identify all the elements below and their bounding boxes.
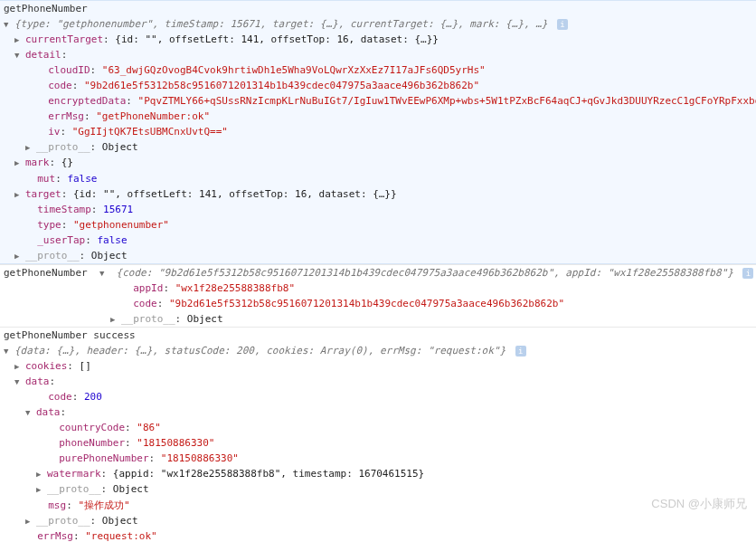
expand-caret[interactable] [14,155,25,170]
object-summary[interactable]: {type: "getphonenumber", timeStamp: 1567… [4,16,756,32]
prop-detail[interactable]: detail: [14,47,756,62]
prop-timeStamp: timeStamp: 15671 [14,202,756,217]
prop-countryCode: countryCode: "86" [36,420,756,435]
prop-cloudID: cloudID: "63_dwjGQzOvogB4Cvok9hrtiwDh1e5… [25,62,756,78]
log-label: getPhoneNumber [4,1,756,16]
prop-errMsg: errMsg: "request:ok" [14,528,756,542]
prop-purePhoneNumber: purePhoneNumber: "18150886330" [36,451,756,466]
prop-currentTarget[interactable]: currentTarget: {id: "", offsetLeft: 141,… [14,32,756,47]
expand-caret[interactable] [14,32,25,47]
prop-proto[interactable]: __proto__: Object [110,311,756,327]
expand-caret[interactable] [99,265,110,281]
log-label: getPhoneNumber [4,267,88,279]
expand-caret[interactable] [25,139,36,155]
prop-proto[interactable]: __proto__: Object [25,513,756,528]
prop-code: code: "9b2d61e5f5312b58c9516071201314b1b… [25,78,756,93]
prop-code: code: "9b2d61e5f5312b58c9516071201314b1b… [110,296,756,311]
expand-caret[interactable] [14,358,25,374]
expand-caret[interactable] [14,47,25,62]
prop-appId: appId: "wx1f28e25588388fb8" [110,281,756,296]
prop-data-inner[interactable]: data: [25,404,756,420]
prop-encryptedData: encryptedData: "PqvZTMLY66+qSUssRNzIcmpK… [25,93,756,109]
info-icon[interactable]: i [515,346,526,357]
info-icon[interactable]: i [557,19,568,30]
expand-caret[interactable] [25,513,36,528]
prop-cookies[interactable]: cookies: [] [14,358,756,374]
prop-phoneNumber: phoneNumber: "18150886330" [36,435,756,451]
prop-userTap: _userTap: false [14,233,756,248]
expand-caret[interactable] [25,404,36,420]
prop-mut: mut: false [14,171,756,186]
prop-errMsg: errMsg: "getPhoneNumber:ok" [25,109,756,124]
expand-caret[interactable] [14,374,25,389]
expand-caret[interactable] [14,186,25,202]
prop-proto[interactable]: __proto__: Object [14,248,756,263]
expand-caret[interactable] [14,248,25,263]
expand-caret[interactable] [110,311,121,327]
prop-msg: msg: "操作成功" [25,498,756,513]
expand-caret[interactable] [4,343,14,358]
prop-watermark[interactable]: watermark: {appid: "wx1f28e25588388fb8",… [36,466,756,481]
prop-proto[interactable]: __proto__: Object [36,481,756,497]
prop-iv: iv: "GgIIjtQK7EtsUBMCnxUvtQ==" [25,124,756,139]
prop-proto[interactable]: __proto__: Object [25,139,756,155]
prop-type: type: "getphonenumber" [14,217,756,233]
prop-target[interactable]: target: {id: "", offsetLeft: 141, offset… [14,186,756,202]
console-entry-3: getPhoneNumber success {data: {…}, heade… [0,327,756,542]
prop-mark[interactable]: mark: {} [14,155,756,170]
expand-caret[interactable] [36,466,47,481]
info-icon[interactable]: i [742,268,753,279]
prop-code200: code: 200 [25,389,756,404]
object-summary[interactable]: {data: {…}, header: {…}, statusCode: 200… [4,343,756,358]
expand-caret[interactable] [36,481,47,497]
log-label: getPhoneNumber success [4,328,756,343]
console-entry-2: getPhoneNumber {code: "9b2d61e5f5312b58c… [0,264,756,327]
prop-data[interactable]: data: [14,374,756,389]
console-entry-1: getPhoneNumber {type: "getphonenumber", … [0,0,756,264]
expand-caret[interactable] [4,16,14,32]
